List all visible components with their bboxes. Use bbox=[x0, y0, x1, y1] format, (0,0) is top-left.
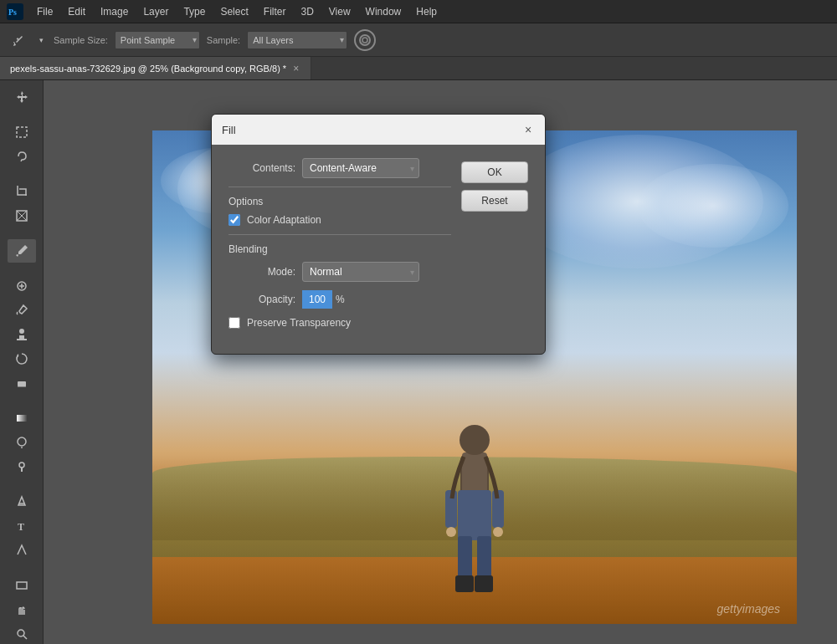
preserve-transparency-label[interactable]: Preserve Transparency bbox=[247, 317, 351, 329]
contents-select[interactable]: Content-Aware Foreground Color Backgroun… bbox=[302, 158, 419, 178]
stamp-tool[interactable] bbox=[8, 323, 36, 346]
dialog-right: OK Reset bbox=[461, 158, 528, 337]
gradient-tool[interactable] bbox=[8, 406, 36, 430]
brush-tool[interactable] bbox=[8, 299, 36, 322]
history-brush-tool[interactable] bbox=[8, 347, 36, 371]
svg-rect-30 bbox=[475, 575, 493, 592]
tab-title: pexels-sassu-anas-732629.jpg @ 25% (Back… bbox=[10, 64, 286, 74]
tool-group-healing bbox=[0, 274, 43, 395]
divider-1 bbox=[229, 187, 451, 187]
svg-rect-12 bbox=[18, 381, 26, 386]
fill-dialog: Fill × Contents: Content-Aware Foregroun… bbox=[211, 114, 546, 355]
svg-point-34 bbox=[493, 527, 503, 537]
contents-label: Contents: bbox=[229, 162, 295, 174]
svg-point-21 bbox=[18, 630, 24, 636]
dialog-body: Contents: Content-Aware Foreground Color… bbox=[212, 145, 545, 354]
hand-tool[interactable] bbox=[8, 598, 36, 621]
lasso-tool[interactable] bbox=[8, 145, 36, 168]
tool-group-select bbox=[0, 120, 43, 168]
tool-group-shape bbox=[0, 574, 43, 644]
reset-button[interactable]: Reset bbox=[461, 190, 528, 212]
healing-tool[interactable] bbox=[8, 274, 36, 298]
ps-logo: Ps bbox=[7, 3, 23, 20]
active-tab[interactable]: pexels-sassu-anas-732629.jpg @ 25% (Back… bbox=[0, 57, 311, 79]
opacity-input-row: % bbox=[302, 290, 345, 309]
contents-row: Contents: Content-Aware Foreground Color… bbox=[229, 158, 451, 178]
sample-label: Sample: bbox=[207, 35, 240, 45]
eyedropper-tool[interactable] bbox=[8, 239, 36, 263]
svg-point-16 bbox=[19, 463, 24, 468]
svg-rect-5 bbox=[17, 127, 27, 137]
menu-help[interactable]: Help bbox=[409, 4, 444, 19]
sample-select[interactable]: All Layers Current Layer bbox=[247, 31, 347, 49]
mode-select-wrap: Normal Dissolve Multiply Screen Overlay bbox=[302, 262, 419, 282]
toolbar: ▾ Sample Size: Point Sample 3 by 3 Avera… bbox=[0, 23, 837, 57]
menu-layer[interactable]: Layer bbox=[136, 4, 175, 19]
divider-2 bbox=[229, 234, 451, 235]
svg-rect-28 bbox=[477, 536, 491, 582]
mode-row: Mode: Normal Dissolve Multiply Screen Ov… bbox=[229, 262, 451, 282]
dodge-tool[interactable] bbox=[8, 455, 36, 478]
menu-file[interactable]: File bbox=[30, 4, 59, 19]
eyedropper-dropdown[interactable]: ▾ bbox=[35, 29, 47, 51]
sample-size-label: Sample Size: bbox=[54, 35, 108, 45]
preserve-transparency-row: Preserve Transparency bbox=[229, 317, 451, 329]
marquee-tool[interactable] bbox=[8, 120, 36, 144]
color-adaptation-checkbox[interactable] bbox=[229, 214, 240, 226]
opacity-label: Opacity: bbox=[229, 294, 295, 305]
menu-image[interactable]: Image bbox=[94, 4, 135, 19]
crop-tool[interactable] bbox=[8, 180, 36, 203]
svg-rect-14 bbox=[17, 415, 27, 422]
tab-close-button[interactable]: × bbox=[291, 62, 300, 75]
eyedropper-tool-icon[interactable] bbox=[7, 29, 28, 51]
sample-size-select[interactable]: Point Sample 3 by 3 Average 5 by 5 Avera… bbox=[115, 31, 200, 49]
svg-point-15 bbox=[18, 437, 26, 446]
ring-tool-icon[interactable] bbox=[354, 29, 376, 51]
menu-edit[interactable]: Edit bbox=[61, 4, 92, 19]
svg-rect-29 bbox=[455, 575, 474, 592]
svg-point-33 bbox=[446, 527, 456, 537]
svg-rect-24 bbox=[462, 452, 487, 494]
tool-group-pen: T bbox=[0, 490, 43, 562]
svg-rect-27 bbox=[458, 536, 472, 582]
dialog-left: Contents: Content-Aware Foreground Color… bbox=[229, 158, 451, 337]
svg-rect-26 bbox=[458, 490, 491, 540]
color-adaptation-label[interactable]: Color Adaptation bbox=[247, 214, 321, 226]
menu-3d[interactable]: 3D bbox=[294, 4, 320, 19]
zoom-tool[interactable] bbox=[8, 622, 36, 644]
frame-tool[interactable] bbox=[8, 204, 36, 227]
menu-type[interactable]: Type bbox=[177, 4, 212, 19]
blending-section-title: Blending bbox=[229, 243, 451, 255]
opacity-input[interactable] bbox=[302, 290, 332, 309]
eraser-tool[interactable] bbox=[8, 371, 36, 395]
path-selection-tool[interactable] bbox=[8, 539, 36, 562]
mode-select[interactable]: Normal Dissolve Multiply Screen Overlay bbox=[302, 262, 419, 282]
tool-group-transform bbox=[0, 180, 43, 227]
move-tool[interactable] bbox=[8, 85, 36, 109]
dialog-close-button[interactable]: × bbox=[521, 123, 535, 136]
menu-view[interactable]: View bbox=[322, 4, 357, 19]
blur-tool[interactable] bbox=[8, 431, 36, 454]
type-tool[interactable]: T bbox=[8, 514, 36, 538]
tool-group-eyedropper bbox=[0, 239, 43, 263]
svg-rect-20 bbox=[17, 582, 27, 589]
preserve-transparency-checkbox[interactable] bbox=[229, 317, 240, 329]
menu-window[interactable]: Window bbox=[359, 4, 408, 19]
svg-text:T: T bbox=[18, 521, 24, 533]
menu-select[interactable]: Select bbox=[213, 4, 254, 19]
menu-filter[interactable]: Filter bbox=[257, 4, 293, 19]
getty-watermark: gettyimages bbox=[717, 602, 780, 616]
rectangle-tool[interactable] bbox=[8, 574, 36, 597]
canvas-area: gettyimages Fill × Contents: Content-Awa… bbox=[44, 80, 837, 644]
mode-label: Mode: bbox=[229, 266, 295, 278]
svg-text:Ps: Ps bbox=[8, 8, 17, 17]
tab-bar: pexels-sassu-anas-732629.jpg @ 25% (Back… bbox=[0, 57, 837, 80]
svg-line-22 bbox=[23, 636, 27, 639]
dialog-title: Fill bbox=[222, 124, 236, 136]
pen-tool[interactable] bbox=[8, 490, 36, 514]
dialog-titlebar: Fill × bbox=[212, 115, 545, 145]
tool-group-gradient bbox=[0, 406, 43, 478]
svg-point-4 bbox=[362, 38, 367, 43]
ok-button[interactable]: OK bbox=[461, 161, 528, 183]
tool-group-move bbox=[0, 85, 43, 109]
